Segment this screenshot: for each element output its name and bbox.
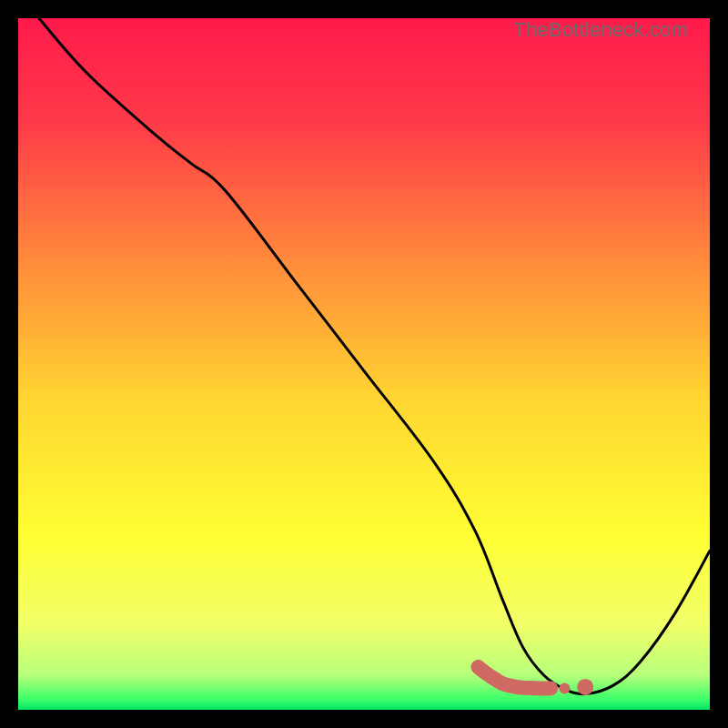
chart-frame: TheBottleneck.com: [18, 18, 710, 710]
point-marker-gap-dot-0: [559, 682, 570, 693]
point-marker-cluster-right-0: [577, 679, 593, 695]
gradient-background: [18, 18, 710, 710]
bottleneck-chart: [18, 18, 710, 710]
watermark-label: TheBottleneck.com: [513, 18, 688, 42]
